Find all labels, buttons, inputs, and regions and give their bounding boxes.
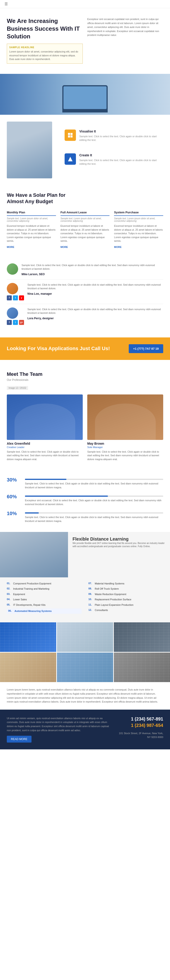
image-tabs: Image 12 / 29102	[7, 386, 163, 390]
plan-purchase-desc: Eiusmod tempor incididunt ut labore et d…	[114, 224, 163, 243]
list-item-10: 10. Replacement Production Surface	[88, 598, 163, 601]
plan-lease-desc: Eiusmod tempor incididunt ut labore et d…	[60, 224, 110, 243]
learning-intro: We provide flexible and 24/7 online lear…	[72, 542, 165, 548]
plan-lease-more[interactable]: MORE	[60, 246, 68, 248]
team-title: Meet The Team	[7, 371, 163, 377]
list-text-6: Automated Measuring Systems	[14, 609, 52, 613]
list-item-12: 12. Consultants	[88, 608, 163, 612]
phone-1[interactable]: 1 (234) 567-891	[118, 716, 163, 722]
plans-row: Monthly Plan Sample text. Lorem ipsum do…	[7, 211, 163, 248]
testimonial-2-name: Nina Loo, manager	[27, 292, 163, 295]
progress-bar-3	[25, 512, 163, 514]
contact-footer: Ut enim ad minim veniam, quis nostrud ex…	[0, 710, 170, 749]
photo-cell-4	[0, 652, 56, 682]
team-role-2: Sole Manager	[87, 446, 163, 449]
learning-lists: 01. Component Production Equipment 02. I…	[7, 582, 163, 616]
plan-lease: Full Amount Lease Sample text. Lorem ips…	[60, 211, 110, 248]
list-item-5: 05. IT Developments, Repair Kits	[7, 603, 82, 607]
progress-label-2: 60%	[7, 494, 20, 500]
photo-cell-5	[57, 652, 113, 682]
list-num-6: 06.	[8, 609, 13, 612]
icon-cards: Visualise It Sample text. Click to selec…	[57, 122, 163, 169]
visualize-icon	[65, 129, 76, 141]
sample-label: SAMPLE HEADLINE	[9, 46, 80, 49]
progress-bar-wrap-3: Sample text. Click to select the text. C…	[25, 511, 163, 523]
testimonial-1-text: Sample text. Click to select the text. C…	[22, 263, 163, 271]
progress-text-3: Sample text. Click to select the text. C…	[25, 515, 163, 523]
avatar-1	[7, 263, 18, 275]
list-text-9: Waste Reduction Equipment	[95, 593, 126, 596]
photo-cell-6	[114, 652, 170, 682]
portrait-image	[7, 122, 52, 178]
portrait-card	[7, 122, 57, 178]
solar-section: We Have a Solar Plan for Almost Any Budg…	[0, 185, 170, 255]
cta-phone-button[interactable]: +1 (777) 7A7 87 19	[129, 344, 163, 353]
contact-right: 1 (234) 567-891 1 (234) 987-654 101 Stoc…	[118, 716, 163, 743]
list-num-10: 10.	[88, 598, 93, 601]
plan-purchase-meta: Sample text. Lorem ipsum dolor sit amet,…	[114, 217, 163, 222]
progress-section: 30% Sample text. Click to select the tex…	[0, 473, 170, 532]
list-item-9: 09. Waste Reduction Equipment	[88, 593, 163, 596]
progress-label-1: 30%	[7, 477, 20, 483]
list-text-3: Equipment	[13, 593, 25, 596]
list-text-10: Replacement Production Surface	[95, 598, 131, 601]
youtube-icon[interactable]: y	[19, 295, 24, 301]
hero-left: We Are Increasing Business Success With …	[7, 17, 83, 67]
progress-bar-1	[25, 479, 163, 480]
create-text: Sample text. Click to select the text. C…	[79, 158, 160, 166]
plan-lease-meta: Sample text. Lorem ipsum dolor sit amet,…	[60, 217, 110, 222]
svg-rect-2	[68, 135, 70, 137]
twitter-icon-2[interactable]: t	[13, 320, 18, 325]
testimonial-2-text: Sample text. Click to select the text. C…	[27, 283, 163, 290]
progress-text-2: Excepteur sint occaecat. Click to select…	[25, 498, 163, 506]
list-num-5: 05.	[7, 603, 11, 606]
list-item-7: 07. Material Handling Systems	[88, 582, 163, 585]
list-num-2: 02.	[7, 587, 11, 590]
progress-item-1: 30% Sample text. Click to select the tex…	[7, 477, 163, 489]
contact-left: Ut enim ad minim veniam, quis nostrud ex…	[7, 716, 111, 743]
team-photo-1	[7, 395, 83, 440]
list-num-4: 04.	[7, 598, 11, 601]
plan-purchase: System Purchase Sample text. Lorem ipsum…	[114, 211, 163, 248]
list-num-12: 12.	[88, 608, 93, 611]
facebook-icon[interactable]: f	[7, 295, 12, 301]
testimonial-1-name: Mike Larson, SEO	[22, 273, 163, 276]
list-text-4: Lower Sales	[13, 598, 27, 601]
team-grid: Alex Greenfield Creative Leader Sample t…	[7, 395, 163, 461]
team-desc-1: Sample text. Click to select the text. C…	[7, 450, 83, 461]
hero-image	[0, 74, 170, 115]
team-role-1: Creative Leader	[7, 446, 83, 449]
progress-item-3: 10% Sample text. Click to select the tex…	[7, 511, 163, 523]
photo-cell-1	[0, 622, 56, 652]
plan-purchase-more[interactable]: MORE	[114, 246, 121, 248]
plan-monthly-desc: Eiusmod tempor incididunt ut labore et d…	[7, 224, 56, 243]
team-section: Meet The Team Our Professionals Image 12…	[0, 364, 170, 473]
progress-bar-wrap-1: Sample text. Click to select the text. C…	[25, 477, 163, 489]
list-text-12: Consultants	[95, 608, 108, 612]
list-text-5: IT Developments, Repair Kits	[13, 603, 46, 607]
hero-section: We Are Increasing Business Success With …	[0, 8, 170, 74]
plan-monthly-more[interactable]: MORE	[7, 246, 14, 248]
testimonial-3: f t g+ Sample text. Click to select the …	[7, 304, 163, 328]
cta-text: Looking For Visa Applications Just Call …	[7, 345, 110, 352]
hero-right: Excepteur sint occaecat cupidatat non pr…	[87, 17, 163, 67]
sample-box: SAMPLE HEADLINE Lorem ipsum dolor sit am…	[7, 44, 83, 64]
sample-text: Lorem ipsum dolor sit amet, consectetur …	[9, 50, 80, 61]
visualize-title: Visualise It	[79, 129, 160, 133]
testimonial-3-text: Sample text. Click to select the text. C…	[27, 307, 163, 315]
testimonial-2-content: Sample text. Click to select the text. C…	[27, 283, 163, 295]
twitter-icon[interactable]: t	[13, 295, 18, 301]
progress-text-1: Sample text. Click to select the text. C…	[25, 482, 163, 489]
list-text-2: Industrial Training and Marketing	[13, 587, 49, 590]
phone-2[interactable]: 1 (234) 987-654	[118, 723, 163, 728]
plan-monthly: Monthly Plan Sample text. Lorem ipsum do…	[7, 211, 56, 248]
team-desc-2: Sample text. Click to select the text. C…	[87, 450, 163, 461]
facebook-icon-2[interactable]: f	[7, 320, 12, 325]
testimonial-2: f t y Sample text. Click to select the t…	[7, 280, 163, 304]
svg-rect-1	[71, 133, 72, 135]
plan-lease-name: Full Amount Lease	[60, 211, 110, 216]
hamburger-icon[interactable]: ☰	[5, 2, 8, 6]
googleplus-icon[interactable]: g+	[19, 320, 24, 325]
list-num-11: 11.	[88, 603, 93, 606]
read-more-button[interactable]: READ MORE	[7, 736, 31, 743]
